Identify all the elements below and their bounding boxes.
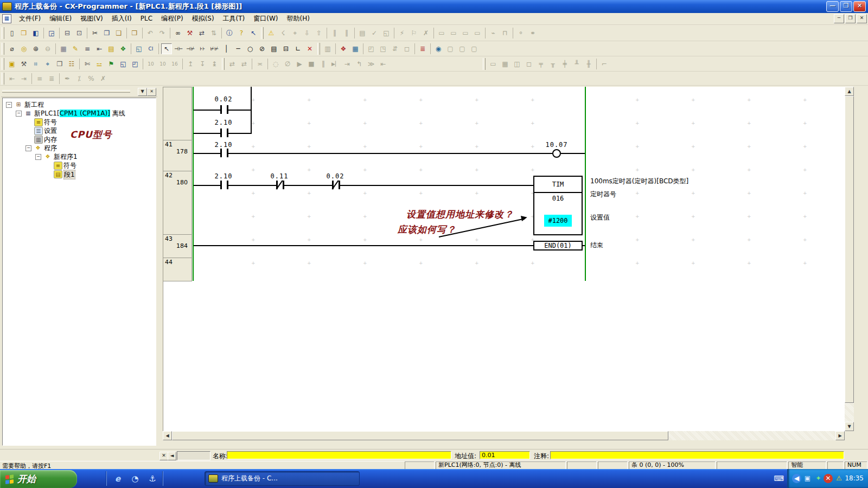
return-icon[interactable]: ⌐ [599,59,610,69]
skip-end-icon[interactable]: ⇤ [378,59,388,69]
workspace-dropdown-button[interactable]: ▼ [138,88,147,96]
open-folder-icon[interactable]: ❒ [18,28,29,38]
io-table4-icon[interactable]: ◻ [524,59,534,69]
output-coil[interactable] [552,149,561,158]
vscroll-thumb[interactable] [845,96,854,403]
menu-item-insert[interactable]: 插入(I) [107,13,136,24]
tree-item-label[interactable]: 程序 [44,144,57,152]
rung-up-icon[interactable]: ◰ [366,43,376,54]
tree-item-label[interactable]: 段1 [63,170,75,179]
pause-icon[interactable]: ‖ [341,28,352,38]
mdi-close-button[interactable]: ✕ [857,14,867,23]
address-field[interactable]: 0.01 [480,451,530,459]
program-check-icon[interactable]: ✓ [369,28,380,38]
insert-rung-icon[interactable]: ⇵ [390,43,400,54]
save-icon[interactable]: ◧ [30,28,41,38]
monitor-window-icon[interactable]: ◱ [118,59,129,69]
network-tray-icon[interactable]: ▣ [803,474,812,483]
menu-item-edit[interactable]: 编辑(E) [45,13,76,24]
tree-wrap-icon[interactable]: ❖ [118,43,129,54]
io-table2-icon[interactable]: ▦ [500,59,510,69]
cross-reference-icon[interactable]: ⌖ [42,59,53,69]
decimal10a-icon[interactable]: 10 [145,59,156,69]
tree-item-plc[interactable]: −▦新PLC1[CPM1 (CPM1A)] 离线 [3,109,156,118]
tree-item-newprogram[interactable]: −❖新程序1 [3,152,156,161]
io-refresh-icon[interactable]: ▥ [322,43,333,54]
hex16-icon[interactable]: 16 [169,59,180,69]
tree-item-label[interactable]: 新工程 [24,100,44,109]
tree-expand-box[interactable]: − [25,145,31,151]
zoom-icon[interactable]: ⌀ [7,43,17,54]
step-run-icon[interactable]: ▶▏ [330,59,341,69]
indent-icon[interactable]: ⇥ [18,73,29,84]
outdent-icon[interactable]: ⇤ [7,73,17,84]
upload-icon[interactable]: ↥ [185,59,196,69]
force-off-icon[interactable]: ⚐ [409,28,419,38]
contact-label[interactable]: 2.10 [207,172,240,180]
timer-number[interactable]: 016 [534,193,582,204]
coil-label[interactable]: 10.07 [540,141,573,149]
toolbar-handle[interactable] [483,58,486,70]
contact-label[interactable]: 0.02 [207,95,240,103]
scroll-left-button[interactable]: ◀ [163,431,172,440]
close-button[interactable]: ✕ [853,1,866,12]
mem-view1-icon[interactable]: ▭ [436,28,447,38]
vertical-line-icon[interactable]: │ [221,43,232,54]
transfer-from-plc-icon[interactable]: ⇧ [314,28,324,38]
rung-margin-cell[interactable]: 43184 [163,235,192,258]
vm-warning-tray-icon[interactable]: ⚠ [834,474,844,483]
toolbar-handle[interactable] [317,43,320,55]
workspace-toggle-icon[interactable]: ▣ [7,59,17,69]
quick-launch-anchor-icon[interactable]: ⚓ [146,473,158,485]
horizontal-line-icon[interactable]: ─ [233,43,244,54]
pen-icon[interactable]: ✒ [62,73,73,84]
info-icon[interactable]: ⓘ [224,28,235,38]
find-icon[interactable]: ∞ [173,28,183,38]
tree-item-label[interactable]: 设置 [44,126,57,135]
section-cut-icon[interactable]: ✄ [82,59,93,69]
menu-item-window[interactable]: 窗口(W) [249,13,282,24]
line-connect-icon[interactable]: ∟ [292,43,303,54]
transfer-in-icon[interactable]: ⇄ [227,59,238,69]
contact-no-icon[interactable]: ⊣⊢ [173,43,184,54]
toolbar-handle[interactable] [2,58,4,70]
download-icon[interactable]: ↧ [197,59,208,69]
tree-item-label[interactable]: 内存 [44,135,57,144]
taskbar-task-button[interactable]: 程序上载备份 - C... [205,471,360,486]
find-online-icon[interactable]: ⌖ [290,28,301,38]
toolbar-handle[interactable] [2,43,4,55]
diff-down-icon[interactable]: % [86,73,97,84]
rung-margin-cell[interactable]: 44 [163,258,192,281]
rack2-icon[interactable]: ╥ [547,59,558,69]
tree-expand-box[interactable]: − [16,111,22,117]
comment-field[interactable] [550,451,844,459]
scroll-up-button[interactable]: ▲ [845,87,854,96]
contact-no[interactable] [220,149,222,157]
menu-item-program[interactable]: 编程(P) [157,13,188,24]
properties-icon[interactable]: ☷ [66,59,77,69]
comment-icon[interactable]: ✎ [70,43,81,54]
mem-view4-icon[interactable]: ▭ [472,28,483,38]
name-field[interactable] [227,451,451,459]
rack4-icon[interactable]: ╨ [571,59,582,69]
fieldbar-close-button[interactable]: ✕ [159,452,168,460]
differential-icon[interactable]: ⌁ [488,28,499,38]
help-icon[interactable]: ? [236,28,247,38]
rung-margin-cell[interactable] [163,87,192,140]
coil-icon[interactable]: ○ [245,43,256,54]
grid-icon[interactable]: ▦ [58,43,69,54]
pause-sim-icon[interactable]: ‖ [318,59,329,69]
paste-special-icon[interactable]: ❒ [129,28,140,38]
rung-margin-cell[interactable]: 42180 [163,171,192,235]
rack3-icon[interactable]: ╪ [559,59,570,69]
pause-monitor-icon[interactable]: ‖ [329,28,340,38]
step-out-icon[interactable]: ↰ [354,59,365,69]
scroll-right-button[interactable]: ▶ [835,431,845,440]
diff-cancel-icon[interactable]: ✗ [98,73,108,84]
decimal10b-icon[interactable]: 10 [157,59,168,69]
delete-line-icon[interactable]: ✕ [304,43,315,54]
tree-expand-box[interactable]: − [35,154,41,160]
rack5-icon[interactable]: ╫ [583,59,594,69]
run-icon[interactable]: ▶ [294,59,305,69]
online-edit-icon[interactable]: ◱ [381,28,392,38]
